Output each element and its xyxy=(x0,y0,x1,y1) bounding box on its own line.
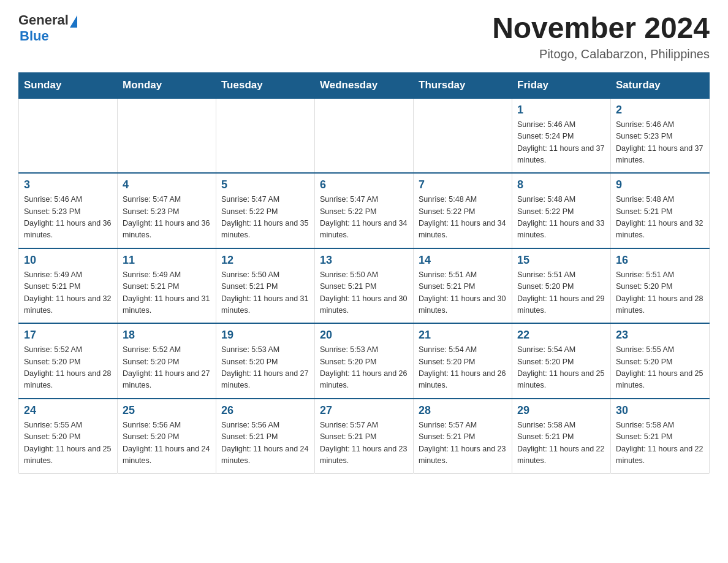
day-number: 10 xyxy=(24,254,112,267)
day-info: Sunrise: 5:47 AMSunset: 5:22 PMDaylight:… xyxy=(221,194,309,242)
day-info: Sunrise: 5:47 AMSunset: 5:22 PMDaylight:… xyxy=(320,194,408,242)
day-header-friday: Friday xyxy=(512,72,611,98)
page-header: General Blue November 2024 Pitogo, Calab… xyxy=(18,12,710,61)
calendar-cell xyxy=(315,98,414,174)
day-number: 13 xyxy=(320,254,408,267)
calendar-table: SundayMondayTuesdayWednesdayThursdayFrid… xyxy=(18,72,710,474)
day-info: Sunrise: 5:50 AMSunset: 5:21 PMDaylight:… xyxy=(320,269,408,317)
day-info: Sunrise: 5:55 AMSunset: 5:20 PMDaylight:… xyxy=(24,419,112,467)
calendar-cell: 5Sunrise: 5:47 AMSunset: 5:22 PMDaylight… xyxy=(216,173,315,248)
day-info: Sunrise: 5:51 AMSunset: 5:20 PMDaylight:… xyxy=(517,269,605,317)
day-number: 8 xyxy=(517,178,605,191)
calendar-cell: 2Sunrise: 5:46 AMSunset: 5:23 PMDaylight… xyxy=(611,98,710,174)
calendar-cell: 17Sunrise: 5:52 AMSunset: 5:20 PMDayligh… xyxy=(19,323,118,399)
day-info: Sunrise: 5:51 AMSunset: 5:21 PMDaylight:… xyxy=(419,269,507,317)
day-info: Sunrise: 5:49 AMSunset: 5:21 PMDaylight:… xyxy=(24,269,112,317)
day-number: 27 xyxy=(320,404,408,417)
calendar-cell: 21Sunrise: 5:54 AMSunset: 5:20 PMDayligh… xyxy=(414,323,512,399)
day-number: 21 xyxy=(419,329,507,342)
calendar-cell xyxy=(216,98,315,174)
day-number: 18 xyxy=(123,329,211,342)
day-info: Sunrise: 5:47 AMSunset: 5:23 PMDaylight:… xyxy=(123,194,211,242)
logo-blue: Blue xyxy=(20,28,49,44)
day-info: Sunrise: 5:57 AMSunset: 5:21 PMDaylight:… xyxy=(320,419,408,467)
calendar-cell: 28Sunrise: 5:57 AMSunset: 5:21 PMDayligh… xyxy=(414,399,512,473)
calendar-cell: 13Sunrise: 5:50 AMSunset: 5:21 PMDayligh… xyxy=(315,248,414,324)
day-info: Sunrise: 5:54 AMSunset: 5:20 PMDaylight:… xyxy=(419,344,507,392)
day-number: 29 xyxy=(517,404,605,417)
day-header-tuesday: Tuesday xyxy=(216,72,315,98)
calendar-week-row: 24Sunrise: 5:55 AMSunset: 5:20 PMDayligh… xyxy=(19,399,710,473)
day-info: Sunrise: 5:57 AMSunset: 5:21 PMDaylight:… xyxy=(419,419,507,467)
day-number: 17 xyxy=(24,329,112,342)
day-number: 23 xyxy=(616,329,704,342)
location-subtitle: Pitogo, Calabarzon, Philippines xyxy=(492,47,710,61)
day-number: 11 xyxy=(123,254,211,267)
day-header-sunday: Sunday xyxy=(19,72,118,98)
day-info: Sunrise: 5:46 AMSunset: 5:23 PMDaylight:… xyxy=(616,119,704,167)
calendar-cell: 6Sunrise: 5:47 AMSunset: 5:22 PMDaylight… xyxy=(315,173,414,248)
calendar-week-row: 1Sunrise: 5:46 AMSunset: 5:24 PMDaylight… xyxy=(19,98,710,174)
month-year-title: November 2024 xyxy=(492,12,710,45)
day-info: Sunrise: 5:50 AMSunset: 5:21 PMDaylight:… xyxy=(221,269,309,317)
day-number: 25 xyxy=(123,404,211,417)
calendar-cell: 19Sunrise: 5:53 AMSunset: 5:20 PMDayligh… xyxy=(216,323,315,399)
day-number: 26 xyxy=(221,404,309,417)
day-number: 9 xyxy=(616,178,704,191)
day-number: 28 xyxy=(419,404,507,417)
logo-triangle-icon xyxy=(70,15,77,28)
day-info: Sunrise: 5:56 AMSunset: 5:21 PMDaylight:… xyxy=(221,419,309,467)
day-header-saturday: Saturday xyxy=(611,72,710,98)
calendar-cell xyxy=(19,98,118,174)
calendar-cell xyxy=(118,98,216,174)
day-number: 3 xyxy=(24,178,112,191)
calendar-cell: 12Sunrise: 5:50 AMSunset: 5:21 PMDayligh… xyxy=(216,248,315,324)
day-number: 12 xyxy=(221,254,309,267)
day-info: Sunrise: 5:48 AMSunset: 5:22 PMDaylight:… xyxy=(419,194,507,242)
day-info: Sunrise: 5:51 AMSunset: 5:20 PMDaylight:… xyxy=(616,269,704,317)
calendar-cell: 14Sunrise: 5:51 AMSunset: 5:21 PMDayligh… xyxy=(414,248,512,324)
day-info: Sunrise: 5:58 AMSunset: 5:21 PMDaylight:… xyxy=(616,419,704,467)
calendar-cell: 10Sunrise: 5:49 AMSunset: 5:21 PMDayligh… xyxy=(19,248,118,324)
day-number: 19 xyxy=(221,329,309,342)
day-info: Sunrise: 5:56 AMSunset: 5:20 PMDaylight:… xyxy=(123,419,211,467)
calendar-cell: 3Sunrise: 5:46 AMSunset: 5:23 PMDaylight… xyxy=(19,173,118,248)
day-info: Sunrise: 5:53 AMSunset: 5:20 PMDaylight:… xyxy=(320,344,408,392)
calendar-cell: 8Sunrise: 5:48 AMSunset: 5:22 PMDaylight… xyxy=(512,173,611,248)
day-info: Sunrise: 5:52 AMSunset: 5:20 PMDaylight:… xyxy=(123,344,211,392)
calendar-week-row: 3Sunrise: 5:46 AMSunset: 5:23 PMDaylight… xyxy=(19,173,710,248)
calendar-cell: 22Sunrise: 5:54 AMSunset: 5:20 PMDayligh… xyxy=(512,323,611,399)
day-info: Sunrise: 5:46 AMSunset: 5:24 PMDaylight:… xyxy=(517,119,605,167)
calendar-week-row: 17Sunrise: 5:52 AMSunset: 5:20 PMDayligh… xyxy=(19,323,710,399)
day-info: Sunrise: 5:52 AMSunset: 5:20 PMDaylight:… xyxy=(24,344,112,392)
day-info: Sunrise: 5:48 AMSunset: 5:21 PMDaylight:… xyxy=(616,194,704,242)
day-header-thursday: Thursday xyxy=(414,72,512,98)
day-info: Sunrise: 5:46 AMSunset: 5:23 PMDaylight:… xyxy=(24,194,112,242)
day-info: Sunrise: 5:49 AMSunset: 5:21 PMDaylight:… xyxy=(123,269,211,317)
calendar-cell: 23Sunrise: 5:55 AMSunset: 5:20 PMDayligh… xyxy=(611,323,710,399)
calendar-cell: 27Sunrise: 5:57 AMSunset: 5:21 PMDayligh… xyxy=(315,399,414,473)
calendar-cell: 20Sunrise: 5:53 AMSunset: 5:20 PMDayligh… xyxy=(315,323,414,399)
calendar-cell: 29Sunrise: 5:58 AMSunset: 5:21 PMDayligh… xyxy=(512,399,611,473)
day-info: Sunrise: 5:55 AMSunset: 5:20 PMDaylight:… xyxy=(616,344,704,392)
day-number: 30 xyxy=(616,404,704,417)
calendar-cell: 11Sunrise: 5:49 AMSunset: 5:21 PMDayligh… xyxy=(118,248,216,324)
day-number: 2 xyxy=(616,104,704,117)
title-section: November 2024 Pitogo, Calabarzon, Philip… xyxy=(492,12,710,61)
day-info: Sunrise: 5:58 AMSunset: 5:21 PMDaylight:… xyxy=(517,419,605,467)
calendar-cell: 30Sunrise: 5:58 AMSunset: 5:21 PMDayligh… xyxy=(611,399,710,473)
day-header-wednesday: Wednesday xyxy=(315,72,414,98)
calendar-cell: 7Sunrise: 5:48 AMSunset: 5:22 PMDaylight… xyxy=(414,173,512,248)
day-header-monday: Monday xyxy=(118,72,216,98)
day-info: Sunrise: 5:53 AMSunset: 5:20 PMDaylight:… xyxy=(221,344,309,392)
calendar-cell: 15Sunrise: 5:51 AMSunset: 5:20 PMDayligh… xyxy=(512,248,611,324)
day-number: 1 xyxy=(517,104,605,117)
day-number: 6 xyxy=(320,178,408,191)
calendar-cell: 24Sunrise: 5:55 AMSunset: 5:20 PMDayligh… xyxy=(19,399,118,473)
day-number: 7 xyxy=(419,178,507,191)
day-number: 15 xyxy=(517,254,605,267)
day-number: 22 xyxy=(517,329,605,342)
day-info: Sunrise: 5:48 AMSunset: 5:22 PMDaylight:… xyxy=(517,194,605,242)
day-number: 5 xyxy=(221,178,309,191)
calendar-cell: 9Sunrise: 5:48 AMSunset: 5:21 PMDaylight… xyxy=(611,173,710,248)
